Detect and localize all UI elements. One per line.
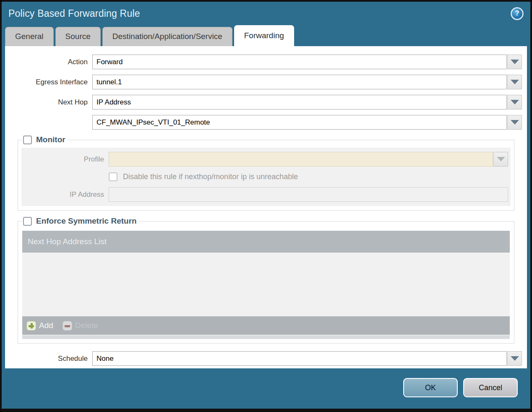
egress-interface-row: Egress Interface bbox=[10, 75, 522, 89]
monitor-checkbox[interactable] bbox=[23, 136, 32, 144]
chevron-down-icon bbox=[511, 60, 519, 64]
dialog-footer: OK Cancel bbox=[2, 368, 530, 407]
monitor-section-label: Monitor bbox=[36, 135, 65, 144]
next-hop-address-list-body[interactable] bbox=[22, 253, 510, 316]
dialog-titlebar: Policy Based Forwarding Rule ? bbox=[2, 2, 530, 25]
add-button[interactable]: Add bbox=[26, 321, 53, 331]
action-dropdown-button[interactable] bbox=[507, 55, 522, 69]
schedule-label: Schedule bbox=[10, 355, 92, 363]
profile-dropdown-button bbox=[493, 152, 508, 167]
tab-bar: General Source Destination/Application/S… bbox=[2, 25, 530, 46]
enforce-symmetric-return-label: Enforce Symmetric Return bbox=[36, 216, 137, 226]
next-hop-label: Next Hop bbox=[10, 98, 92, 107]
dialog-title: Policy Based Forwarding Rule bbox=[8, 8, 140, 19]
chevron-down-icon bbox=[497, 157, 505, 162]
ok-button[interactable]: OK bbox=[403, 378, 458, 397]
enforce-symmetric-return-section: Enforce Symmetric Return Next Hop Addres… bbox=[18, 216, 514, 344]
enforce-symmetric-return-checkbox[interactable] bbox=[23, 217, 32, 226]
action-label: Action bbox=[10, 58, 92, 66]
monitor-ip-address-row: IP Address bbox=[21, 187, 508, 202]
schedule-input[interactable] bbox=[92, 351, 507, 366]
next-hop-address-input[interactable] bbox=[92, 115, 507, 130]
next-hop-address-list-table: Next Hop Address List Add Delete bbox=[22, 231, 510, 339]
delete-button: Delete bbox=[63, 321, 98, 331]
schedule-dropdown-button[interactable] bbox=[507, 351, 522, 366]
plus-icon bbox=[26, 321, 36, 331]
monitor-ip-address-input bbox=[109, 187, 508, 202]
monitor-section: Monitor Profile Disable this rule if nex… bbox=[18, 135, 514, 211]
help-icon[interactable]: ? bbox=[511, 7, 524, 20]
monitor-ip-address-label: IP Address bbox=[21, 190, 109, 199]
schedule-row: Schedule bbox=[10, 351, 522, 366]
next-hop-type-dropdown-button[interactable] bbox=[507, 95, 522, 110]
monitor-panel: Profile Disable this rule if nexthop/mon… bbox=[21, 148, 511, 206]
tab-source[interactable]: Source bbox=[55, 27, 101, 46]
tab-forwarding[interactable]: Forwarding bbox=[234, 25, 294, 46]
next-hop-address-row bbox=[10, 115, 522, 130]
next-hop-address-list-header: Next Hop Address List bbox=[22, 231, 510, 253]
egress-interface-label: Egress Interface bbox=[10, 78, 92, 86]
minus-icon bbox=[63, 321, 72, 331]
next-hop-address-list-header-label: Next Hop Address List bbox=[28, 237, 107, 246]
profile-label: Profile bbox=[21, 155, 109, 164]
disable-rule-row: Disable this rule if nexthop/monitor ip … bbox=[109, 172, 508, 181]
delete-button-label: Delete bbox=[75, 321, 98, 330]
next-hop-address-dropdown-button[interactable] bbox=[507, 115, 522, 130]
action-input[interactable] bbox=[92, 55, 507, 69]
action-row: Action bbox=[10, 55, 522, 69]
forwarding-tab-panel: Action Egress Interface Next Hop bbox=[5, 46, 527, 368]
chevron-down-icon bbox=[511, 120, 519, 125]
egress-interface-input[interactable] bbox=[92, 75, 507, 89]
next-hop-address-list-toolbar: Add Delete bbox=[22, 316, 510, 335]
profile-row: Profile bbox=[21, 152, 508, 167]
next-hop-type-input[interactable] bbox=[92, 95, 507, 110]
disable-rule-label: Disable this rule if nexthop/monitor ip … bbox=[123, 172, 298, 181]
list-bottom-strip bbox=[22, 335, 510, 339]
policy-based-forwarding-rule-dialog: Policy Based Forwarding Rule ? General S… bbox=[0, 0, 532, 412]
tab-general[interactable]: General bbox=[5, 27, 54, 46]
chevron-down-icon bbox=[511, 80, 519, 84]
chevron-down-icon bbox=[511, 100, 519, 104]
profile-input bbox=[109, 152, 493, 167]
egress-interface-dropdown-button[interactable] bbox=[507, 75, 522, 89]
cancel-button[interactable]: Cancel bbox=[463, 378, 518, 397]
chevron-down-icon bbox=[511, 356, 519, 361]
add-button-label: Add bbox=[39, 321, 53, 330]
tab-destination-application-service[interactable]: Destination/Application/Service bbox=[102, 27, 232, 46]
next-hop-row: Next Hop bbox=[10, 95, 522, 110]
disable-rule-checkbox bbox=[109, 172, 117, 181]
